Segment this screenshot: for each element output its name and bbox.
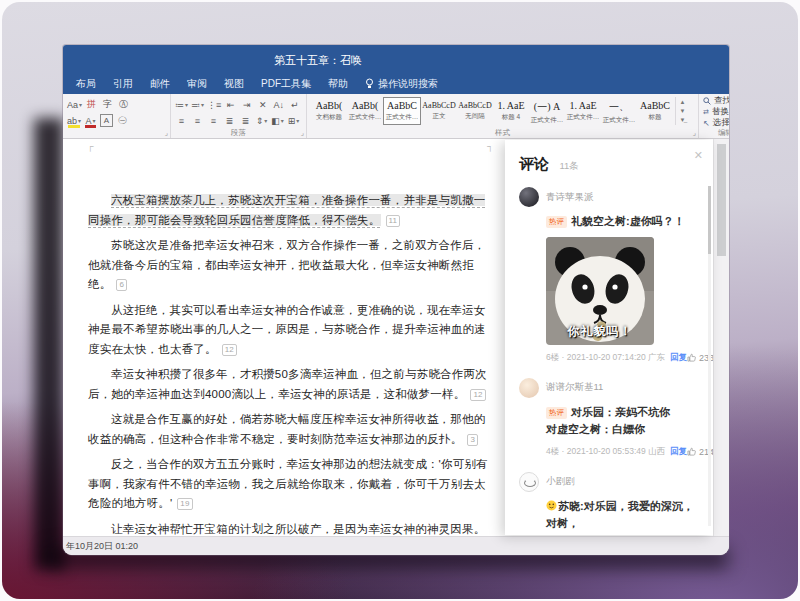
comments-panel: ✕ 评论 11条 青诗苹果派 热评礼貌空之树:虚你吗？！: [505, 140, 713, 535]
paragraph-dialog-launcher[interactable]: ⌟: [301, 129, 304, 137]
thumbs-up-icon: [687, 447, 696, 456]
sort-button[interactable]: A↓: [272, 98, 285, 111]
distribute-button[interactable]: ≣: [239, 114, 252, 127]
line-spacing-button[interactable]: ⇕▾: [255, 114, 268, 127]
paragraph-comment-marker[interactable]: 12: [470, 389, 485, 401]
paragraph[interactable]: 这就是合作互赢的好处，倘若苏晓大幅度压榨幸运女神所得收益，那他的收益的确高，但这…: [88, 410, 494, 449]
panel-scrollbar-thumb[interactable]: [708, 186, 711, 254]
phonetic-guide-button[interactable]: 拼: [85, 98, 98, 111]
style-item[interactable]: 1. AaE正式文件…: [565, 97, 601, 125]
borders-button[interactable]: ⊞▾: [287, 114, 300, 127]
avatar[interactable]: [519, 472, 539, 492]
numbering-button[interactable]: ≕▾: [191, 98, 204, 111]
paragraph-comment-marker[interactable]: 3: [467, 434, 478, 446]
comments-title: 评论: [519, 155, 549, 172]
thumbs-up-icon: [687, 353, 696, 362]
style-item[interactable]: AaBbC标题: [637, 97, 673, 125]
style-item[interactable]: AaBb(正式文件…: [347, 97, 383, 125]
styles-dialog-launcher[interactable]: ⌟: [693, 129, 696, 137]
shading-button[interactable]: ◧▾: [271, 114, 284, 127]
tab-view[interactable]: 视图: [224, 77, 244, 91]
gallery-up-icon[interactable]: ▲: [676, 98, 689, 106]
align-left-button[interactable]: ≡: [175, 114, 188, 127]
style-item[interactable]: 1. AaE标题 4: [493, 97, 529, 125]
font-color-button[interactable]: A▾: [84, 114, 97, 127]
paragraph[interactable]: 幸运女神积攒了很多年，才积攒50多滴幸运神血，但之前与苏晓合作两次后，她的幸运神…: [88, 365, 494, 404]
tab-review[interactable]: 审阅: [187, 77, 207, 91]
find-button[interactable]: 查找: [703, 96, 729, 106]
comment-username[interactable]: 谢谱尔斯基11: [546, 381, 603, 394]
paragraph-comment-marker[interactable]: 19: [177, 498, 192, 510]
avatar[interactable]: [519, 187, 539, 207]
style-item[interactable]: AaBbCcD无间隔: [457, 97, 493, 125]
style-item[interactable]: AaBb(文档标题: [311, 97, 347, 125]
cursor-icon: ↖: [703, 119, 710, 128]
comment-anchor-text[interactable]: 六枚宝箱摆放茶几上，苏晓这次开宝箱，准备操作一番，并非是与凯撒一同操作，那可能会…: [88, 194, 485, 226]
scrollbar-thumb[interactable]: [717, 144, 726, 256]
paragraph-comment-marker[interactable]: 11: [386, 215, 401, 227]
tab-pdf-tools[interactable]: PDF工具集: [261, 77, 311, 91]
comment-floor-time: 4楼 · 2021-10-20 05:53:49 山西: [546, 446, 665, 458]
paragraph-group-label: 段落: [171, 128, 306, 138]
gallery-down-icon[interactable]: ▼: [676, 107, 689, 115]
ribbon-tab-bar: 布局 引用 邮件 审阅 视图 PDF工具集 帮助 操作说明搜索: [63, 73, 729, 94]
character-border-button[interactable]: Ⓐ: [117, 98, 130, 111]
hot-badge: 热评: [546, 407, 567, 419]
decrease-indent-button[interactable]: ⇤: [224, 98, 237, 111]
comment-text: 热评礼貌空之树:虚你吗？！: [546, 213, 697, 231]
paragraph[interactable]: 六枚宝箱摆放茶几上，苏晓这次开宝箱，准备操作一番，并非是与凯撒一同操作，那可能会…: [88, 191, 494, 230]
gallery-more-icon[interactable]: ▼̲: [676, 116, 689, 124]
reply-button[interactable]: 回复: [670, 352, 687, 364]
tab-help[interactable]: 帮助: [328, 77, 348, 91]
comment-username[interactable]: 小剧剧: [546, 475, 575, 488]
styles-gallery-scroll[interactable]: ▲▼▼̲: [675, 97, 689, 125]
comment-image[interactable]: 你礼貌吗！: [546, 237, 654, 345]
document-text[interactable]: 六枚宝箱摆放茶几上，苏晓这次开宝箱，准备操作一番，并非是与凯撒一同操作，那可能会…: [63, 139, 494, 536]
asian-layout-button[interactable]: ✕: [256, 98, 269, 111]
tell-me-search[interactable]: 操作说明搜索: [365, 77, 438, 91]
panel-scrollbar[interactable]: [708, 186, 711, 526]
tab-mailings[interactable]: 邮件: [150, 77, 170, 91]
comment-floor-time: 6楼 · 2021-10-20 07:14:20 广东: [546, 352, 665, 364]
avatar[interactable]: [519, 378, 539, 398]
font-dialog-launcher[interactable]: ⌟: [165, 129, 168, 137]
enclose-characters-button[interactable]: ㊀: [116, 114, 129, 127]
replace-icon: ⇄: [703, 108, 709, 116]
align-center-button[interactable]: ≡: [191, 114, 204, 127]
bullets-button[interactable]: ≔▾: [175, 98, 188, 111]
paragraph-comment-marker[interactable]: 6: [116, 279, 127, 291]
status-timestamp: 年10月20日 01:20: [66, 540, 138, 553]
align-right-button[interactable]: ≡: [207, 114, 220, 127]
character-shading-button[interactable]: A: [100, 114, 113, 127]
paragraph-group: ≔▾ ≕▾ ⋮≡ ⇤ ⇥ ✕ A↓ ↵ ≡ ≡ ≡ ≣ ≣ ⇕▾ ◧▾ ⊞▾ 段…: [171, 94, 307, 138]
character-width-button[interactable]: 字: [101, 98, 114, 111]
word-window: 第五十五章：召唤 布局 引用 邮件 审阅 视图 PDF工具集 帮助 操作说明搜索…: [63, 45, 729, 555]
style-item[interactable]: 一、正式文件…: [601, 97, 637, 125]
paragraph[interactable]: 苏晓这次是准备把幸运女神召来，双方合作操作一番，之前双方合作后，他就准备今后的宝…: [88, 236, 494, 295]
comment-username[interactable]: 青诗苹果派: [546, 191, 594, 204]
style-item[interactable]: (一) A正式文件…: [529, 97, 565, 125]
select-button[interactable]: ↖ 选择: [703, 118, 729, 128]
style-item-selected[interactable]: AaBbC正式文件…: [383, 97, 421, 125]
reply-button[interactable]: 回复: [670, 446, 687, 458]
title-bar[interactable]: 第五十五章：召唤: [63, 45, 729, 73]
image-caption: 你礼貌吗！: [546, 323, 654, 340]
multilevel-list-button[interactable]: ⋮≡: [207, 98, 221, 111]
paragraph[interactable]: 反之，当合作的双方五五分账时，幸运女神那边的想法就变成：'你可别有事啊，我家有件…: [88, 455, 494, 514]
close-icon[interactable]: ✕: [694, 149, 703, 162]
increase-indent-button[interactable]: ⇥: [240, 98, 253, 111]
justify-button[interactable]: ≣: [223, 114, 236, 127]
paragraph-comment-marker[interactable]: 12: [222, 344, 237, 356]
replace-button[interactable]: ⇄ 替换: [703, 107, 729, 117]
text-boundary-mark: ┐: [487, 142, 493, 150]
tab-references[interactable]: 引用: [113, 77, 133, 91]
highlight-color-button[interactable]: ab▾: [67, 114, 81, 127]
font-group: Aa▾ 拼 字 Ⓐ ab▾ A▾ A ㊀ ⌟: [63, 94, 171, 138]
grow-font-button[interactable]: Aa▾: [67, 98, 82, 111]
style-item[interactable]: AaBbCcD正文: [421, 97, 457, 125]
show-marks-button[interactable]: ↵: [288, 98, 301, 111]
tab-layout[interactable]: 布局: [76, 77, 96, 91]
paragraph[interactable]: 让幸运女神帮忙开宝箱的计划之所以破产，是因为幸运女神的神灵因果。: [88, 520, 494, 537]
document-scrollbar[interactable]: [713, 139, 729, 536]
paragraph[interactable]: 从这拒绝，其实可以看出幸运女神的合作诚意，更准确的说，现在幸运女神是最不希望苏晓…: [88, 301, 494, 360]
